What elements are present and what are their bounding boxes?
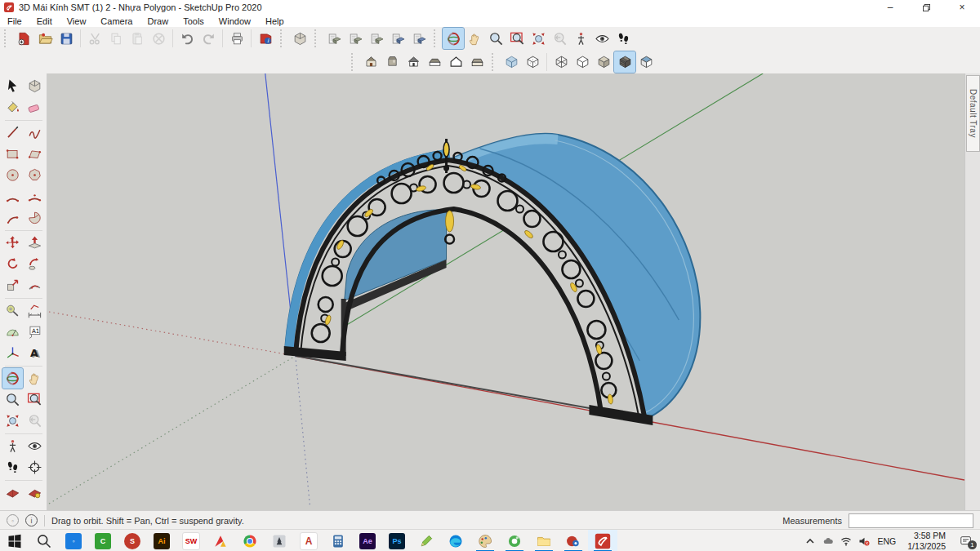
dimension-tool[interactable] [24,300,45,321]
make-component-tool[interactable] [24,76,45,96]
section-display-1-tool[interactable] [2,482,23,503]
cut-button[interactable] [84,28,105,49]
toolbar-grip[interactable] [4,29,11,47]
menu-tools[interactable]: Tools [176,16,212,26]
menu-camera[interactable]: Camera [93,16,140,26]
zoom-extents-button[interactable] [528,28,549,49]
paint-bucket-tool[interactable] [2,97,23,118]
move-tool[interactable] [2,233,23,253]
measurements-input[interactable] [849,513,973,528]
taskbar-app-palette[interactable] [470,530,500,551]
toolbar-grip[interactable] [492,53,498,71]
tape-measure-tool[interactable] [2,300,23,321]
walk-tool[interactable] [2,457,23,478]
wifi-icon[interactable] [837,530,855,551]
scale-tool[interactable] [2,275,23,295]
taskbar-sketchup[interactable] [588,530,617,551]
undo-button[interactable] [176,28,198,49]
rectangle-tool[interactable] [2,144,23,164]
menu-file[interactable]: File [0,16,29,26]
style-shaded-textures-button[interactable] [614,51,635,73]
restore-button[interactable] [908,0,944,15]
taskbar-app-blue-chat[interactable]: ◦ [59,530,88,551]
pan-button[interactable] [464,28,485,49]
onedrive-cloud-icon[interactable] [819,530,837,551]
push-pull-tool[interactable] [24,233,45,253]
taskbar-clock[interactable]: 3:58 PM 1/13/2025 [901,531,952,550]
open-button[interactable] [34,28,56,49]
protractor-tool[interactable] [2,322,23,342]
zoom-tool[interactable] [2,389,23,410]
zoom-previous-tool[interactable] [24,411,45,431]
erase-button[interactable] [148,28,169,49]
pan-tool[interactable] [24,368,45,389]
menu-window[interactable]: Window [212,16,258,26]
follow-me-tool[interactable] [24,254,45,274]
taskbar-app-autocad[interactable]: A [294,530,323,551]
select-tool[interactable] [2,76,23,96]
taskbar-app-solidworks[interactable]: SW [176,530,206,551]
style-back-edges-button[interactable] [522,51,543,73]
taskbar-app-photoshop[interactable]: Ps [382,530,412,551]
taskbar-app-chrome[interactable] [235,530,265,551]
taskbar-search-button[interactable] [29,530,59,551]
clipboard-tool-3-button[interactable] [366,28,387,49]
style-xray-button[interactable] [501,51,522,73]
view-top-button[interactable] [381,51,403,73]
zoom-button[interactable] [485,28,506,49]
zoom-previous-button[interactable] [549,28,570,49]
view-left-button[interactable] [466,51,488,73]
taskbar-app-snagit[interactable]: S [118,530,147,551]
menu-help[interactable]: Help [258,16,292,26]
clipboard-tool-5-button[interactable] [408,28,430,49]
view-front-button[interactable] [403,51,424,73]
taskbar-app-cnc[interactable] [265,530,294,551]
tray-chevron-icon[interactable] [801,530,819,551]
geolocation-icon[interactable]: ◦ [7,514,19,527]
polygon-tool[interactable] [24,165,45,185]
line-tool[interactable] [2,122,23,143]
modeling-viewport[interactable] [47,73,964,510]
default-tray-tab[interactable]: Default Tray [966,75,980,152]
language-indicator[interactable]: ENG [873,536,902,546]
orbit-tool[interactable] [2,368,23,389]
3d-text-tool[interactable] [24,343,45,363]
toolbar-grip[interactable] [351,53,358,71]
taskbar-app-edge[interactable] [441,530,470,551]
two-point-arc-tool[interactable] [24,186,45,207]
taskbar-app-calculator[interactable] [323,530,353,551]
axes-tool[interactable] [2,343,23,363]
view-right-button[interactable] [424,51,445,73]
toolbar-grip[interactable] [280,29,287,47]
zoom-window-button[interactable] [506,28,528,49]
text-tool[interactable] [24,322,45,342]
taskbar-app-camtasia[interactable]: C [88,530,118,551]
freehand-tool[interactable] [24,122,45,143]
clipboard-tool-2-button[interactable] [345,28,366,49]
look-around-button[interactable] [591,28,612,49]
menu-edit[interactable]: Edit [29,16,60,26]
orbit-button[interactable] [443,28,464,49]
clipboard-tool-1-button[interactable] [323,28,345,49]
taskbar-app-illustrator[interactable]: Ai [147,530,176,551]
offset-tool[interactable] [24,275,45,295]
toolbar-grip[interactable] [434,29,440,47]
toolbar-grip[interactable] [314,29,321,47]
redo-button[interactable] [198,28,219,49]
style-wireframe-button[interactable] [550,51,572,73]
arc-tool[interactable] [2,186,23,207]
walk-button[interactable] [612,28,634,49]
eraser-tool[interactable] [24,97,45,118]
three-point-arc-tool[interactable] [2,207,23,228]
start-button[interactable] [0,530,29,551]
print-button[interactable] [226,28,247,49]
rotate-tool[interactable] [2,254,23,274]
section-display-2-tool[interactable] [24,482,45,503]
viewport-canvas[interactable] [47,73,964,510]
view-iso-button[interactable] [360,51,381,73]
rotated-rectangle-tool[interactable] [24,144,45,164]
credits-icon[interactable]: i [25,514,38,527]
position-camera-button[interactable] [570,28,591,49]
model-info-button[interactable] [255,28,276,49]
circle-tool[interactable] [2,165,23,185]
